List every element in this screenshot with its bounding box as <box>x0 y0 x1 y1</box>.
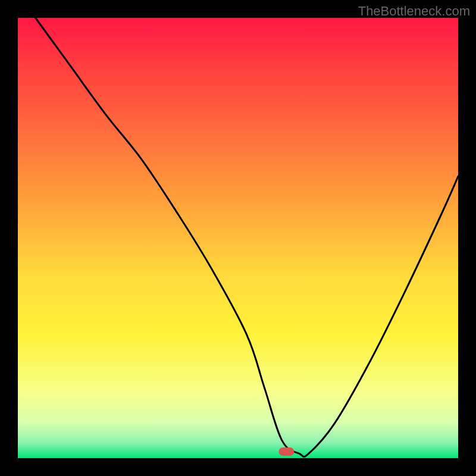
watermark-text: TheBottleneck.com <box>358 4 470 19</box>
optimal-marker <box>278 447 294 456</box>
chart-container: TheBottleneck.com <box>0 0 476 476</box>
chart-svg <box>0 0 476 476</box>
